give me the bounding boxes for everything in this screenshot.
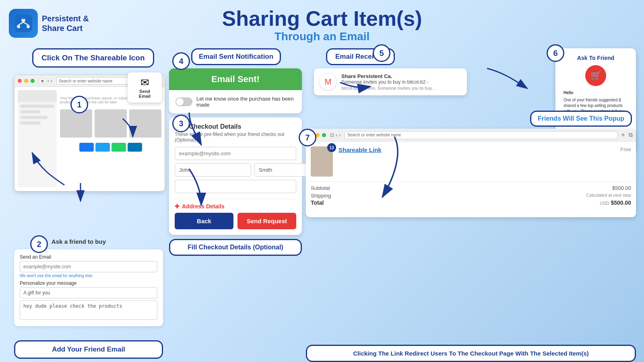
- logo-text: Persistent & Share Cart: [42, 14, 89, 33]
- sidebar-mock: [18, 90, 57, 187]
- email-received-label-wrapper: Email Received: [326, 48, 547, 65]
- divider: [311, 181, 631, 182]
- email-sent-toggle-row: Let me know once the purchase has been m…: [169, 90, 302, 113]
- email-sent-notification-wrapper: Email Sent Notification: [191, 48, 302, 65]
- shipping-row: Shipping Calculated at next step: [311, 193, 631, 199]
- personalize-label: Personalize your message: [20, 280, 157, 286]
- email-notif-content: Share Persistent Ca. Someone invites you…: [341, 73, 435, 90]
- ask-friend-heading: Ask a friend to buy: [52, 238, 106, 245]
- section-middle: 3 4 Email Sent Notification Email Sent! …: [169, 48, 302, 362]
- product-badge: 13: [327, 143, 336, 152]
- email-notification-card: M Share Persistent Ca. Someone invites y…: [314, 68, 467, 95]
- address-input[interactable]: [175, 180, 296, 193]
- email-from: Share Persistent Ca.: [341, 73, 435, 79]
- step-3-circle: 3: [172, 115, 190, 132]
- li-btn: [128, 143, 142, 152]
- lower-right: 7 ⊡ ‹ › Search or enter website name ＋ ⧉: [306, 129, 636, 340]
- product-details: Shareable Link: [339, 146, 615, 153]
- url-bar[interactable]: Search or enter website name: [345, 131, 617, 139]
- browser-nav-icon[interactable]: ⊞: [39, 78, 46, 84]
- cart-summary: Subtotal $500.00 Shipping Calculated at …: [306, 181, 636, 211]
- email-hint: We won't use this email for anything els…: [20, 274, 157, 278]
- shareable-link-label[interactable]: Shareable Link: [339, 146, 615, 153]
- ask-friend-card-title: Ask To Friend: [562, 55, 630, 61]
- subtotal-row: Subtotal $500.00: [311, 185, 631, 191]
- checkout-details-card: Add Checkout Details These will be pre-f…: [169, 117, 302, 235]
- usd-label: USD: [600, 201, 609, 206]
- browser-bottom-body: 13 Shareable Link Free: [306, 142, 636, 181]
- page-title: Sharing Cart Item(s): [0, 7, 644, 30]
- svg-point-2: [17, 25, 20, 28]
- window-icon[interactable]: ⧉: [629, 132, 633, 138]
- purchase-toggle[interactable]: [175, 97, 192, 106]
- tw-btn: [95, 143, 110, 152]
- free-label: Free: [620, 146, 631, 152]
- add-friend-email-label: Add Your Friend Email: [14, 340, 163, 359]
- step-6-circle: 6: [547, 44, 564, 62]
- total-row: Total USD $500.00: [311, 200, 631, 206]
- section-left: Click On The Shareable Icon ⊞ ‹ › Search…: [8, 48, 165, 362]
- fb-btn: [79, 143, 94, 152]
- nav-icons: ⊡ ‹ ›: [330, 132, 341, 138]
- name-row: [175, 163, 296, 177]
- logo-icon: [9, 9, 38, 38]
- click-shareable-label: Click On The Shareable Icon: [32, 48, 154, 68]
- wa-btn: [111, 143, 126, 152]
- gmail-icon: M: [320, 73, 336, 90]
- total-value: $500.00: [611, 200, 631, 206]
- friends-popup-label: Friends Will See This Popup: [530, 111, 632, 127]
- browser-dot-red: [18, 79, 22, 83]
- back-icon[interactable]: ‹: [336, 132, 337, 138]
- send-email-card-text: Send Email: [133, 89, 156, 99]
- email-subject: Someone invites you to buy in bitcot-b2 …: [341, 79, 435, 85]
- fill-checkout-label: Fill Checkout Details (Optional): [169, 239, 302, 256]
- section-right: 5 Email Received M Share Persistent Ca. …: [306, 48, 636, 362]
- address-details-toggle[interactable]: ✚ Address Details: [175, 199, 296, 210]
- svg-rect-6: [22, 17, 25, 19]
- send-request-button[interactable]: Send Request: [237, 213, 296, 229]
- product-img-mock-1: [60, 109, 92, 138]
- step-4-circle: 4: [172, 52, 190, 70]
- page-header: Sharing Cart Item(s) Through an Email: [0, 0, 644, 46]
- plus-icon: ✚: [175, 203, 180, 210]
- email-sent-notification-label: Email Sent Notification: [191, 48, 281, 65]
- svg-point-3: [27, 25, 30, 28]
- checkout-email-input[interactable]: [175, 147, 296, 160]
- checkout-buttons: Back Send Request: [175, 213, 296, 229]
- main-content: Click On The Shareable Icon ⊞ ‹ › Search…: [0, 48, 644, 362]
- nav-icon[interactable]: ⊡: [330, 132, 334, 138]
- dot-green: [322, 133, 326, 137]
- logo-area: Persistent & Share Cart: [9, 9, 89, 38]
- browser-back-icon[interactable]: ‹: [47, 78, 49, 84]
- ask-friend-panel: Send an Email We won't use this email fo…: [14, 249, 163, 326]
- page-subtitle: Through an Email: [0, 30, 644, 43]
- email-preview: bitcot-b2 Hi there, Someone invites you …: [341, 86, 435, 90]
- clicking-link-label: Clicking The Link Redirect Users To The …: [306, 345, 636, 362]
- browser-mock: ⊞ ‹ › Search or enter website name ⤢ ✕: [14, 75, 165, 191]
- toggle-label: Let me know once the purchase has been m…: [196, 96, 295, 108]
- gift-text-input[interactable]: [20, 287, 157, 298]
- add-tab-icon[interactable]: ＋: [620, 131, 626, 139]
- checkout-subtitle: These will be pre-filled when your frien…: [175, 132, 296, 143]
- forward-icon[interactable]: ›: [339, 132, 341, 138]
- product-img-mock-3: [129, 109, 161, 138]
- email-sent-card: Email Sent! Let me know once the purchas…: [169, 68, 302, 113]
- checkout-title: Add Checkout Details: [175, 123, 296, 130]
- browser-bottom-mock: ⊡ ‹ › Search or enter website name ＋ ⧉ 1…: [306, 129, 636, 217]
- browser-body: Ask a friend to buy Your friend can purc…: [14, 87, 165, 191]
- ask-friend-cart-icon: 🛒: [585, 65, 606, 86]
- product-img-mock-2: [95, 109, 127, 138]
- friend-email-input[interactable]: [20, 261, 157, 272]
- email-sent-banner: Email Sent!: [169, 68, 302, 90]
- first-name-input[interactable]: [175, 163, 251, 177]
- step-2-circle: 2: [30, 235, 48, 253]
- message-textarea[interactable]: [20, 300, 157, 320]
- step-1-circle: 1: [70, 96, 88, 113]
- send-email-envelope-icon: ✉: [133, 76, 156, 89]
- send-email-card: ✉ Send Email: [128, 75, 162, 103]
- step-7-circle: 7: [299, 129, 316, 146]
- browser-forward-icon[interactable]: ›: [51, 78, 52, 84]
- back-button[interactable]: Back: [175, 213, 233, 229]
- step-5-circle: 5: [373, 44, 390, 62]
- browser-dot-green: [31, 79, 35, 83]
